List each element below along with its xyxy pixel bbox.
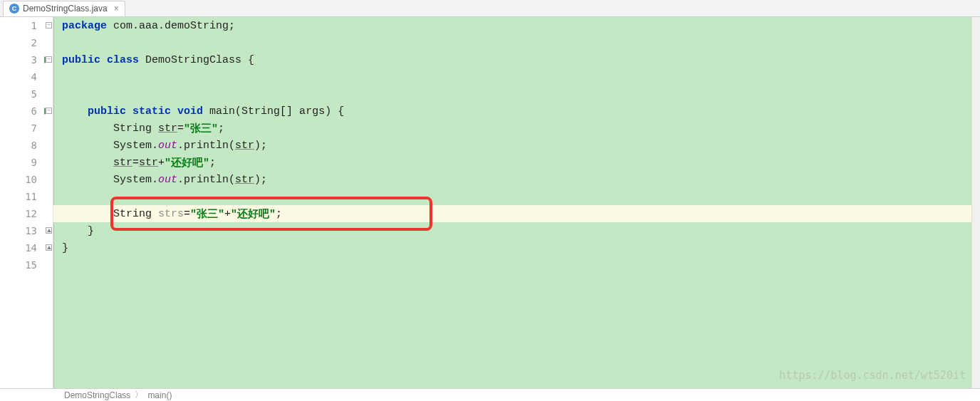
code-line[interactable]: −public class DemoStringClass { bbox=[53, 51, 980, 68]
close-icon[interactable]: × bbox=[114, 4, 119, 14]
line-number[interactable]: 1 bbox=[0, 17, 53, 34]
code-line[interactable] bbox=[53, 34, 980, 51]
line-number[interactable]: 4 bbox=[0, 68, 53, 85]
line-number[interactable]: 9 bbox=[0, 154, 53, 171]
java-class-icon: C bbox=[9, 4, 19, 14]
file-tab[interactable]: C DemoStringClass.java × bbox=[3, 1, 125, 16]
code-line[interactable] bbox=[53, 256, 980, 274]
fold-icon[interactable]: − bbox=[46, 56, 52, 63]
line-number[interactable]: 15 bbox=[0, 256, 53, 274]
editor: 1 2 3 4 5 6 7 8 9 10 11 12 13 14 15 −pac… bbox=[0, 17, 980, 389]
tab-bar: C DemoStringClass.java × bbox=[0, 0, 980, 17]
fold-icon[interactable]: − bbox=[46, 22, 52, 28]
scrollbar[interactable] bbox=[971, 17, 980, 388]
fold-end-icon[interactable] bbox=[46, 227, 52, 234]
code-line[interactable] bbox=[53, 188, 980, 205]
line-number[interactable]: 12 bbox=[0, 205, 53, 222]
line-number[interactable]: 6 bbox=[0, 103, 53, 120]
line-number[interactable]: 11 bbox=[0, 188, 53, 205]
line-number[interactable]: 8 bbox=[0, 137, 53, 154]
breadcrumb: DemoStringClass 〉 main() bbox=[0, 388, 980, 401]
line-number[interactable]: 2 bbox=[0, 34, 53, 51]
line-number[interactable]: 13 bbox=[0, 222, 53, 239]
watermark: https://blog.csdn.net/wt520it bbox=[779, 369, 966, 382]
line-number[interactable]: 10 bbox=[0, 171, 53, 188]
line-number[interactable]: 5 bbox=[0, 85, 53, 103]
code-line[interactable]: String str="张三"; bbox=[53, 120, 980, 137]
tab-title: DemoStringClass.java bbox=[23, 4, 108, 14]
breadcrumb-method[interactable]: main() bbox=[147, 390, 172, 400]
code-line[interactable]: String strs="张三"+"还好吧"; bbox=[53, 205, 980, 222]
code-line[interactable]: } bbox=[53, 239, 980, 256]
fold-icon[interactable]: − bbox=[46, 108, 52, 114]
breadcrumb-class[interactable]: DemoStringClass bbox=[64, 390, 130, 400]
line-number[interactable]: 7 bbox=[0, 120, 53, 137]
code-line[interactable] bbox=[53, 68, 980, 85]
line-number[interactable]: 14 bbox=[0, 239, 53, 256]
code-line[interactable]: System.out.println(str); bbox=[53, 171, 980, 188]
code-line[interactable]: −package com.aaa.demoString; bbox=[53, 17, 980, 34]
code-line[interactable]: str=str+"还好吧"; bbox=[53, 154, 980, 171]
code-line[interactable]: } bbox=[53, 222, 980, 239]
code-line[interactable] bbox=[53, 85, 980, 103]
gutter: 1 2 3 4 5 6 7 8 9 10 11 12 13 14 15 bbox=[0, 17, 53, 389]
code-area[interactable]: −package com.aaa.demoString; −public cla… bbox=[53, 17, 980, 389]
breadcrumb-separator: 〉 bbox=[135, 389, 143, 401]
line-number[interactable]: 3 bbox=[0, 51, 53, 68]
code-line[interactable]: − public static void main(String[] args)… bbox=[53, 103, 980, 120]
fold-end-icon[interactable] bbox=[46, 244, 52, 251]
code-line[interactable]: System.out.println(str); bbox=[53, 137, 980, 154]
